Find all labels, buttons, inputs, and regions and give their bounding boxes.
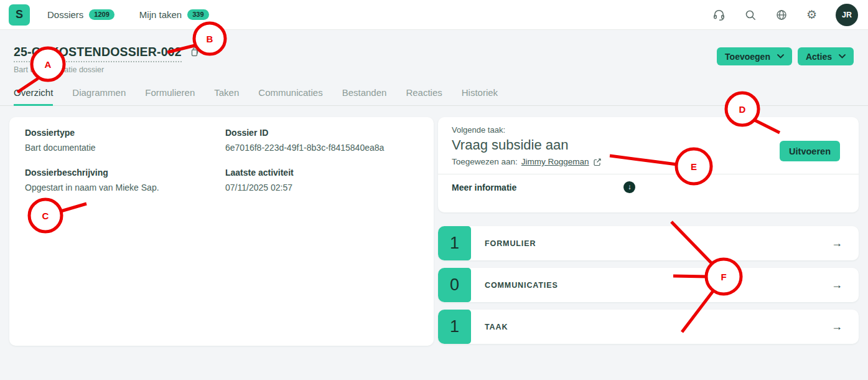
user-avatar[interactable]: JR [836,4,858,26]
app-logo[interactable]: S [9,4,30,26]
stat-count: 0 [438,268,471,302]
expand-down-icon[interactable]: ↓ [623,181,635,193]
arrow-right-icon[interactable]: → [831,320,842,333]
field-label: Dossierbeschrijving [25,168,225,178]
content: Dossiertype Bart documentatie Dossier ID… [0,106,868,346]
stat-row-taak[interactable]: 1 TAAK → [438,310,859,344]
page-subtitle: Bart documentatie dossier [14,65,200,74]
toevoegen-button[interactable]: Toevoegen [717,47,792,65]
title-block: 25-ONKOSTENDOSSIER-002 Bart documentatie… [14,45,200,74]
page-title: 25-ONKOSTENDOSSIER-002 [14,45,182,62]
stat-label: TAAK [485,323,508,331]
nav-item-dossiers[interactable]: Dossiers 1209 [47,9,114,20]
arrow-right-icon[interactable]: → [831,237,842,250]
field-value: Bart documentatie [25,143,225,153]
field-value: Opgestart in naam van Mieke Sap. [25,183,225,192]
search-icon[interactable] [744,9,757,21]
topbar: S Dossiers 1209 Mijn taken 339 [0,0,868,30]
tab-bestanden[interactable]: Bestanden [342,87,387,105]
stat-row-formulier[interactable]: 1 FORMULIER → [438,226,859,260]
field-dossierbeschrijving: Dossierbeschrijving Opgestart in naam va… [25,168,225,192]
topbar-icons: ⚙ JR [712,4,858,26]
more-info-label: Meer informatie [452,183,516,192]
edit-assignee-icon[interactable] [593,158,602,166]
stat-label: COMMUNICATIES [485,281,558,290]
nav-item-label: Dossiers [47,9,83,20]
stat-count: 1 [438,226,471,260]
stat-label: FORMULIER [485,239,536,248]
headset-icon[interactable] [712,8,726,21]
acties-label: Acties [806,52,832,62]
stats-list: 1 FORMULIER → 0 COMMUNICATIES → 1 TAAK → [438,226,859,344]
nav-item-label: Mijn taken [139,9,182,20]
arrow-right-icon[interactable]: → [831,278,842,292]
tab-overzicht[interactable]: Overzicht [14,87,53,106]
uitvoeren-button[interactable]: Uitvoeren [780,141,840,161]
assignee-link[interactable]: Jimmy Roggeman [521,157,589,166]
assigned-prefix: Toegewezen aan: [452,157,518,166]
tab-taken[interactable]: Taken [214,87,239,105]
tab-diagrammen[interactable]: Diagrammen [72,87,126,105]
mijn-taken-count-badge: 339 [187,9,208,20]
tab-formulieren[interactable]: Formulieren [145,87,195,105]
field-laatste-activiteit: Laatste activiteit 07/11/2025 02:57 [225,168,418,192]
chevron-down-icon [777,54,784,59]
next-task-card: Volgende taak: Vraag subsidie aan Toegew… [438,117,859,212]
stat-count: 1 [438,310,471,344]
field-value: 07/11/2025 02:57 [225,183,418,192]
tab-historiek[interactable]: Historiek [462,87,498,105]
stat-row-communicaties[interactable]: 0 COMMUNICATIES → [438,268,859,302]
field-dossier-id: Dossier ID 6e7016f8-223d-49f1-8b3c-f8415… [225,128,418,153]
settings-gear-icon[interactable]: ⚙ [806,9,817,21]
more-info-row: Meer informatie ↓ [452,174,845,193]
field-label: Dossiertype [25,128,225,138]
chevron-down-icon [839,54,846,59]
next-task-label: Volgende taak: [452,125,845,135]
tab-communicaties[interactable]: Communicaties [258,87,322,105]
field-dossiertype: Dossiertype Bart documentatie [25,128,225,153]
field-value: 6e7016f8-223d-49f1-8b3c-f8415840ea8a [225,143,418,153]
uitvoeren-label: Uitvoeren [789,146,831,156]
acties-button[interactable]: Acties [798,47,854,65]
toevoegen-label: Toevoegen [725,52,770,62]
field-label: Dossier ID [225,128,418,138]
dossier-tabs: Overzicht Diagrammen Formulieren Taken C… [0,87,868,106]
field-label: Laatste activiteit [225,168,418,178]
header-actions: Toevoegen Acties [717,47,854,74]
dossier-overview-card: Dossiertype Bart documentatie Dossier ID… [9,117,434,346]
right-column: Volgende taak: Vraag subsidie aan Toegew… [438,117,859,346]
globe-icon[interactable] [775,9,788,21]
tab-reacties[interactable]: Reacties [406,87,442,105]
page-header: 25-ONKOSTENDOSSIER-002 Bart documentatie… [0,30,868,74]
copy-icon[interactable] [189,47,200,57]
nav-item-mijn-taken[interactable]: Mijn taken 339 [139,9,209,20]
dossiers-count-badge: 1209 [89,9,114,20]
top-navigation: Dossiers 1209 Mijn taken 339 [47,9,209,20]
